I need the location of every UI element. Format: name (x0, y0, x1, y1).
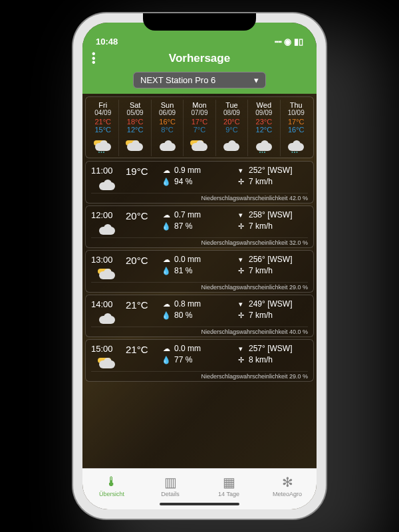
precip-value: 0.7 mm (174, 210, 201, 219)
day-name: Mon (184, 101, 215, 109)
day-name: Tue (216, 101, 247, 109)
tab-label: Übersicht (99, 491, 124, 497)
day-high-temp: 16°C (152, 118, 183, 126)
wind-speed-value: 7 km/h (249, 177, 273, 186)
tab-label: MeteoAgro (273, 491, 302, 497)
day-date: 05/09 (119, 109, 150, 116)
humidity-value: 81 % (174, 266, 192, 275)
precip-icon: ☁ (162, 255, 171, 264)
home-indicator[interactable] (160, 503, 239, 505)
day-column[interactable]: Thu10/0917°C16°C▪▪▪ (281, 100, 312, 156)
day-column[interactable]: Wed09/0923°C12°C▪▪▪ (248, 100, 280, 156)
humidity-value: 87 % (174, 221, 192, 231)
station-selector[interactable]: NEXT Station Pro 6 ▾ (133, 72, 266, 88)
wind-dir-value: 252° [WSW] (249, 166, 292, 175)
hour-row[interactable]: 12:0020°C☁0.7 mm💧87 %▾258° [WSW]✢7 km/hN… (85, 205, 314, 248)
humidity-icon: 💧 (162, 311, 171, 320)
weather-icon (119, 136, 150, 155)
chevron-down-icon: ▾ (254, 75, 259, 85)
wind-speed-value: 7 km/h (249, 221, 273, 231)
precip-probability: Niederschlagswahrscheinlichkeit 29.0 % (91, 371, 308, 380)
humidity-icon: 💧 (162, 222, 171, 231)
phone-frame: 10:48 ▪▪▪▪ ◉ ▮▯ ••• Vorhersage NEXT Stat… (73, 13, 326, 519)
wifi-icon: ◉ (284, 37, 291, 47)
hour-weather-icon (91, 313, 123, 324)
weather-icon: ▪▪▪ (87, 136, 118, 155)
day-name: Wed (248, 101, 279, 109)
day-date: 07/09 (184, 109, 215, 116)
wind-speed-value: 8 km/h (249, 355, 273, 364)
hour-temp: 19°C (126, 166, 159, 177)
precip-icon: ☁ (162, 344, 171, 353)
day-name: Thu (281, 101, 312, 109)
tab-übersicht[interactable]: 🌡Übersicht (82, 469, 141, 503)
weather-icon (184, 136, 215, 155)
humidity-icon: 💧 (162, 267, 171, 275)
thermometer-icon: 🌡 (105, 475, 118, 489)
tab-meteoagro[interactable]: ✻MeteoAgro (258, 469, 317, 503)
humidity-icon: 💧 (162, 356, 171, 364)
wind-dir-icon: ▾ (236, 211, 245, 219)
tab-details[interactable]: ▥Details (141, 469, 200, 503)
day-column[interactable]: Sat05/0918°C12°C (119, 100, 151, 156)
day-high-temp: 17°C (184, 118, 215, 126)
day-date: 04/09 (87, 109, 118, 116)
day-column[interactable]: Mon07/0917°C7°C (184, 100, 215, 156)
humidity-value: 94 % (174, 177, 192, 186)
day-name: Sun (152, 101, 183, 109)
wind-dir-value: 256° [WSW] (249, 255, 292, 264)
day-high-temp: 21°C (87, 118, 118, 126)
day-low-temp: 15°C (87, 126, 118, 134)
forecast-content[interactable]: Fri04/0921°C15°C▪▪▪Sat05/0918°C12°CSun06… (82, 94, 317, 468)
calendar-icon: ▦ (223, 475, 235, 489)
weather-icon (152, 136, 183, 155)
hour-temp: 21°C (126, 299, 159, 311)
gear-icon: ✻ (282, 475, 293, 489)
cellular-icon: ▪▪▪▪ (275, 38, 281, 45)
hour-time: 13:00 (91, 255, 123, 265)
precip-probability: Niederschlagswahrscheinlichkeit 42.0 % (91, 193, 308, 201)
day-column[interactable]: Sun06/0916°C8°C (152, 100, 184, 156)
hour-time: 15:00 (91, 344, 123, 354)
day-low-temp: 9°C (216, 126, 247, 134)
day-column[interactable]: Tue08/0920°C9°C (216, 100, 248, 156)
status-indicators: ▪▪▪▪ ◉ ▮▯ (275, 37, 303, 47)
day-column[interactable]: Fri04/0921°C15°C▪▪▪ (87, 100, 119, 156)
hour-row[interactable]: 13:0020°C☁0.0 mm💧81 %▾256° [WSW]✢7 km/hN… (85, 250, 314, 293)
wind-dir-value: 249° [WSW] (249, 299, 292, 309)
wind-speed-icon: ✢ (236, 267, 245, 275)
hour-weather-icon (91, 358, 123, 368)
wind-dir-icon: ▾ (236, 255, 245, 264)
wind-speed-value: 7 km/h (249, 311, 273, 320)
tab-14 tage[interactable]: ▦14 Tage (200, 469, 258, 503)
day-low-temp: 16°C (281, 126, 312, 134)
day-date: 09/09 (248, 109, 279, 116)
precip-icon: ☁ (162, 211, 171, 219)
hour-row[interactable]: 15:0021°C☁0.0 mm💧77 %▾257° [WSW]✢8 km/hN… (85, 339, 314, 382)
hourly-forecast-list: 11:0019°C☁0.9 mm💧94 %▾252° [WSW]✢7 km/hN… (82, 161, 317, 382)
wind-speed-icon: ✢ (236, 178, 245, 186)
hour-time: 14:00 (91, 299, 123, 309)
hour-row[interactable]: 14:0021°C☁0.8 mm💧80 %▾249° [WSW]✢7 km/hN… (85, 295, 314, 337)
wind-dir-value: 257° [WSW] (249, 344, 292, 353)
day-low-temp: 8°C (152, 126, 183, 134)
wind-dir-icon: ▾ (236, 166, 245, 175)
day-low-temp: 7°C (184, 126, 215, 134)
hour-temp: 20°C (126, 255, 159, 266)
week-forecast: Fri04/0921°C15°C▪▪▪Sat05/0918°C12°CSun06… (85, 96, 314, 158)
precip-probability: Niederschlagswahrscheinlichkeit 40.0 % (91, 327, 308, 335)
hour-weather-icon (91, 224, 123, 235)
day-high-temp: 20°C (216, 118, 247, 126)
tab-label: Details (161, 491, 180, 497)
page-title: Vorhersage (82, 52, 317, 65)
menu-button[interactable]: ••• (92, 52, 96, 65)
day-name: Fri (87, 101, 118, 109)
precip-value: 0.0 mm (174, 344, 201, 353)
wind-dir-icon: ▾ (236, 300, 245, 309)
day-date: 08/09 (216, 109, 247, 116)
wind-dir-icon: ▾ (236, 344, 245, 353)
hour-row[interactable]: 11:0019°C☁0.9 mm💧94 %▾252° [WSW]✢7 km/hN… (85, 161, 314, 203)
precip-value: 0.9 mm (174, 166, 201, 175)
humidity-value: 77 % (174, 355, 192, 364)
hour-temp: 20°C (126, 210, 159, 221)
